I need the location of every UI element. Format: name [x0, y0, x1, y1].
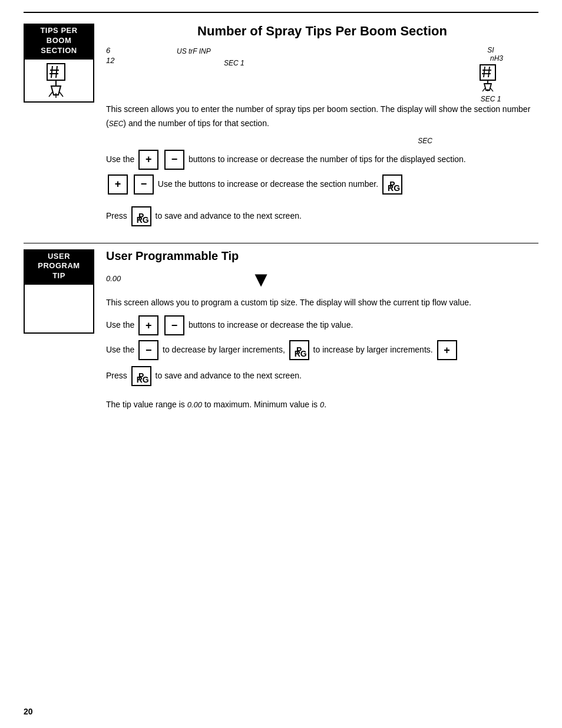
- section1-body-text3: Use the: [158, 179, 186, 188]
- prg-btn-inline1[interactable]: PRG: [382, 174, 402, 195]
- minus-btn-large1[interactable]: −: [164, 150, 184, 170]
- section2-body-text5: to increase by larger increments.: [313, 345, 433, 354]
- section2-btn-row2: Use the − to decrease by larger incremen…: [106, 340, 538, 360]
- section1-btn-row2: + − Use the buttons to increase or decre…: [106, 174, 538, 195]
- section1-main: Number of Spray Tips Per Boom Section 6 …: [106, 24, 538, 231]
- sidebar-user-program: USER PROGRAM TIP: [24, 249, 94, 417]
- section2-body-text3: Use the: [106, 345, 134, 354]
- sidebar-icon-box2: [24, 284, 94, 334]
- page-container: TIPS PER BOOM SECTION: [0, 0, 562, 728]
- sidebar-label-user: USER PROGRAM TIP: [24, 249, 94, 284]
- arrow-down-icon: ▼: [250, 267, 272, 291]
- plus-btn-large1[interactable]: +: [138, 150, 158, 170]
- page-number: 20: [24, 707, 33, 716]
- section2-main: User Programmable Tip 0.00 ▼ This screen…: [106, 249, 538, 417]
- plus-btn-large2[interactable]: +: [108, 174, 128, 195]
- hash-display-icon: [479, 64, 503, 94]
- sidebar-label-tips: TIPS PER BOOM SECTION: [24, 24, 94, 58]
- minus-btn-large2[interactable]: −: [134, 174, 154, 195]
- prg-btn2[interactable]: PRG: [131, 206, 151, 226]
- tip-spray-icon: [44, 62, 74, 98]
- section1-para1: This screen allows you to enter the numb…: [106, 103, 538, 131]
- right-label-us: US trF INP: [177, 46, 211, 55]
- val1: 0.00: [187, 400, 202, 409]
- section1-body-text4: buttons to increase or decrease the sect…: [189, 179, 378, 188]
- section2: USER PROGRAM TIP User Programmable Tip 0…: [24, 243, 538, 417]
- minus-btn-s2-2[interactable]: −: [138, 340, 158, 360]
- section2-body-text4: to decrease by larger increments,: [163, 345, 285, 354]
- entry-num-6: 6: [106, 46, 177, 55]
- section1-body-text1: Use the: [106, 154, 134, 163]
- section2-bottom-vals: The tip value range is 0.00 to maximum. …: [106, 398, 538, 412]
- section2-save-line: Press PRG to save and advance to the nex…: [106, 366, 538, 386]
- section1-btn-row1: Use the + − buttons to increase or decre…: [106, 150, 538, 170]
- section2-body-text2: buttons to increase or decrease the tip …: [189, 320, 353, 330]
- svg-line-19: [490, 88, 493, 91]
- right-sub-nh3: nH3: [490, 54, 503, 62]
- sec-label-right: SEC 1: [481, 95, 501, 103]
- sidebar-tips-per-boom: TIPS PER BOOM SECTION: [24, 24, 94, 231]
- right-num-si: SI: [487, 46, 494, 54]
- svg-line-7: [49, 92, 52, 97]
- prg-btn-s2-2[interactable]: PRG: [131, 366, 151, 386]
- entry-num-12: 12: [106, 56, 177, 65]
- section1-body-text6: to save and advance to the next screen.: [156, 210, 302, 220]
- section1-body-text5: Press: [106, 210, 127, 220]
- section2-title: User Programmable Tip: [106, 249, 538, 263]
- section1-save-line: Press PRG to save and advance to the nex…: [106, 206, 538, 226]
- section2-body-text6: Press: [106, 371, 127, 380]
- svg-line-9: [59, 92, 63, 97]
- val2: 0: [320, 400, 324, 409]
- section2-body-text7: to save and advance to the next screen.: [156, 371, 302, 380]
- svg-line-17: [482, 88, 485, 91]
- plus-btn-s2-1[interactable]: +: [138, 315, 158, 335]
- section1-body-text2: buttons to increase or decrease the numb…: [189, 154, 466, 163]
- section2-body-text1: Use the: [106, 320, 134, 330]
- section1: TIPS PER BOOM SECTION: [24, 19, 538, 243]
- section2-btn-row1: Use the + − buttons to increase or decre…: [106, 315, 538, 335]
- sec-mid-label: SEC: [418, 137, 432, 145]
- section2-para1: This screen allows you to program a cust…: [106, 296, 538, 310]
- display-value: 0.00: [106, 274, 121, 283]
- svg-rect-10: [480, 65, 495, 80]
- section1-title: Number of Spray Tips Per Boom Section: [106, 24, 538, 39]
- minus-btn-s2-1[interactable]: −: [164, 315, 184, 335]
- plus-btn-s2-2[interactable]: +: [437, 340, 457, 360]
- top-border: [24, 12, 538, 13]
- prg-btn-s2-1[interactable]: PRG: [289, 340, 309, 360]
- sidebar-icon-box-tips: [24, 58, 94, 103]
